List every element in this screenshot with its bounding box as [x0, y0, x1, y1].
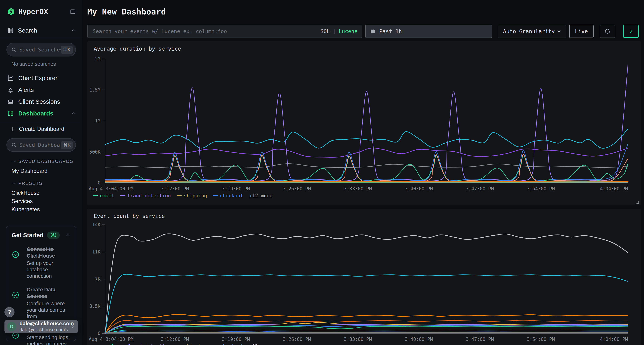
divider	[0, 37, 82, 38]
sidebar-item-search[interactable]: Search	[0, 23, 82, 37]
laptop-icon	[7, 98, 14, 105]
help-button[interactable]: ?	[4, 307, 14, 317]
chart-panel-avg-duration: Average duration by service 0500K1M1.5M2…	[87, 41, 641, 205]
run-query-button[interactable]	[623, 25, 639, 38]
refresh-button[interactable]	[600, 25, 616, 38]
sidebar-item-label: Dashboards	[18, 110, 54, 117]
granularity-select[interactable]: Auto Granularity	[498, 25, 566, 38]
user-org: dale@clickhouse.com's	[20, 327, 70, 333]
svg-text:3:47:00 PM: 3:47:00 PM	[466, 186, 494, 191]
sidebar-item-dashboards[interactable]: Dashboards	[0, 107, 82, 119]
chevron-right-icon	[70, 324, 75, 329]
user-menu[interactable]: D dale@clickhouse.com dale@clickhouse.co…	[4, 320, 78, 333]
legend-item-fraud-detection[interactable]: fraud-detection	[120, 193, 171, 198]
saved-searches-search[interactable]: ⌘K	[6, 43, 76, 56]
create-dashboard-button[interactable]: Create Dashboard	[0, 122, 82, 136]
legend-item-shipping[interactable]: shipping	[177, 193, 207, 198]
legend-more-link[interactable]: +12 more	[249, 193, 272, 198]
user-email: dale@clickhouse.com	[20, 321, 70, 327]
legend-item-checkout[interactable]: checkout	[213, 344, 243, 345]
sidebar-item-kubernetes[interactable]: Kubernetes	[0, 205, 82, 214]
avg-duration-chart[interactable]: 0500K1M1.5M2MAug 4 3:04:00 PM3:12:00 PM3…	[87, 41, 641, 205]
sidebar-item-alerts[interactable]: Alerts	[0, 84, 82, 96]
step-desc: Configure where your data comes from	[27, 300, 71, 320]
legend-item-shipping[interactable]: shipping	[177, 344, 207, 345]
sql-toggle[interactable]: SQL	[320, 28, 330, 34]
shortcut-badge: ⌘K	[61, 46, 73, 54]
step-desc: Start sending logs, metrics, or traces	[27, 334, 71, 345]
sidebar-item-my-dashboard[interactable]: My Dashboard	[0, 167, 82, 175]
group-title: SAVED DASHBOARDS	[18, 159, 73, 164]
svg-text:1.5M: 1.5M	[89, 87, 100, 93]
legend-swatch	[213, 195, 218, 196]
svg-text:3:26:00 PM: 3:26:00 PM	[283, 337, 311, 342]
saved-dashboards-search[interactable]: ⌘K	[6, 138, 76, 152]
svg-text:3:33:00 PM: 3:33:00 PM	[344, 337, 372, 342]
brand-name: HyperDX	[18, 8, 48, 15]
search-icon	[11, 47, 17, 52]
time-range-picker[interactable]: Past 1h	[365, 25, 492, 38]
legend-item-email[interactable]: email	[93, 344, 114, 345]
get-started-progress-badge: 3/3	[47, 232, 60, 239]
svg-text:1M: 1M	[95, 118, 100, 123]
svg-text:3:19:00 PM: 3:19:00 PM	[222, 337, 250, 342]
svg-text:2M: 2M	[95, 56, 100, 61]
svg-text:3:47:00 PM: 3:47:00 PM	[466, 337, 494, 342]
svg-text:4:04:00 PM: 4:04:00 PM	[600, 337, 628, 342]
svg-text:3:40:00 PM: 3:40:00 PM	[405, 337, 433, 342]
main-content: My New Dashboard SQL | Lucene Past 1h Au…	[82, 0, 644, 345]
play-icon	[628, 28, 634, 34]
page-title: My New Dashboard	[87, 7, 644, 17]
legend-item-fraud-detection[interactable]: fraud-detection	[120, 344, 171, 345]
svg-text:0: 0	[98, 180, 100, 186]
saved-searches-input[interactable]	[19, 47, 61, 53]
check-circle-icon	[12, 246, 27, 279]
event-count-chart[interactable]: 03.5K7K11K14KAug 4 3:04:00 PM3:12:00 PM3…	[87, 209, 641, 345]
saved-dashboards-input[interactable]	[19, 142, 61, 148]
refresh-icon	[604, 28, 611, 35]
event-search: SQL | Lucene	[87, 25, 362, 38]
search-icon	[11, 142, 17, 148]
sidebar-nav: Chart Explorer Alerts Client Sessions Da…	[0, 72, 82, 119]
live-button[interactable]: Live	[569, 25, 594, 38]
svg-text:3:19:00 PM: 3:19:00 PM	[222, 186, 250, 191]
dashboard-controls: SQL | Lucene Past 1h Auto Granularity Li…	[87, 25, 639, 38]
sidebar-item-services[interactable]: Services	[0, 197, 82, 205]
get-started-title: Get Started	[12, 232, 44, 239]
step-desc: Set up your database connection	[27, 260, 71, 279]
legend-more-link[interactable]: +12 more	[249, 344, 272, 345]
presets-group-header[interactable]: PRESETS	[12, 181, 82, 186]
chevron-up-icon	[70, 28, 76, 33]
svg-text:3:33:00 PM: 3:33:00 PM	[344, 186, 372, 191]
svg-text:14K: 14K	[92, 222, 100, 227]
chart-legend: email fraud-detection shipping checkout …	[93, 193, 272, 198]
sidebar: HyperDX Search ⌘K No saved searches	[0, 0, 82, 345]
saved-dashboards-group-header[interactable]: SAVED DASHBOARDS	[12, 159, 82, 164]
sidebar-item-clickhouse[interactable]: ClickHouse	[0, 189, 82, 197]
svg-text:500K: 500K	[89, 149, 100, 155]
time-range-value: Past 1h	[379, 28, 402, 34]
panel-resize-handle[interactable]	[636, 201, 639, 204]
bell-icon	[7, 86, 14, 93]
get-started-step-connect[interactable]: Connect to ClickHouse Set up your databa…	[12, 246, 71, 279]
svg-text:11K: 11K	[92, 249, 100, 255]
svg-text:3:26:00 PM: 3:26:00 PM	[283, 186, 311, 191]
svg-text:4:04:00 PM: 4:04:00 PM	[600, 186, 628, 191]
lucene-toggle[interactable]: Lucene	[339, 28, 358, 34]
sidebar-item-label: Alerts	[18, 86, 34, 93]
chart-title: Average duration by service	[94, 45, 181, 52]
create-dashboard-label: Create Dashboard	[19, 126, 64, 132]
sidebar-item-label: Chart Explorer	[18, 74, 58, 81]
group-title: PRESETS	[18, 181, 42, 186]
sidebar-item-chart-explorer[interactable]: Chart Explorer	[0, 72, 82, 84]
app-root: HyperDX Search ⌘K No saved searches	[0, 0, 644, 345]
chevron-up-icon[interactable]	[65, 233, 71, 238]
svg-text:3:54:00 PM: 3:54:00 PM	[527, 337, 555, 342]
svg-text:7K: 7K	[95, 276, 101, 282]
legend-item-email[interactable]: email	[93, 193, 114, 198]
svg-text:3:40:00 PM: 3:40:00 PM	[405, 186, 433, 191]
get-started-step-sources[interactable]: Create Data Sources Configure where your…	[12, 286, 71, 320]
sidebar-collapse-icon[interactable]	[70, 8, 76, 15]
sidebar-item-client-sessions[interactable]: Client Sessions	[0, 96, 82, 107]
legend-item-checkout[interactable]: checkout	[213, 193, 243, 198]
